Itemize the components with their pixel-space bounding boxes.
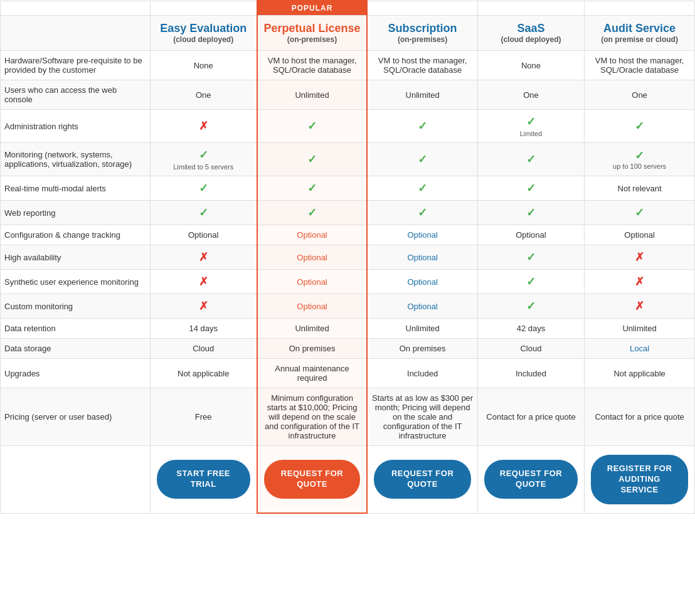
- check-icon: ✓: [526, 251, 536, 263]
- easy-cell: ✗: [150, 270, 257, 294]
- feature-cell: Web reporting: [1, 201, 151, 225]
- check-icon: ✓: [526, 275, 536, 288]
- check-icon: ✓: [307, 206, 317, 219]
- perpetual-cell: ✓: [257, 201, 368, 225]
- feature-cell: Custom monitoring: [1, 294, 151, 319]
- saas-cell: 42 days: [477, 319, 584, 339]
- table-row: Data retention 14 days Unlimited Unlimit…: [1, 319, 695, 339]
- cell-value: Unlimited: [406, 90, 440, 100]
- audit-cta-button[interactable]: REGISTER FOR AUDITING SERVICE: [591, 455, 688, 504]
- check-icon: ✓: [307, 182, 317, 194]
- optional-blue-label: Optional: [407, 277, 437, 287]
- check-icon: ✓: [526, 300, 536, 312]
- saas-plan-sub: (cloud deployed): [482, 35, 580, 44]
- cell-value: VM to host the manager, SQL/Oracle datab…: [268, 56, 357, 75]
- perpetual-cell: VM to host the manager, SQL/Oracle datab…: [257, 51, 368, 80]
- check-icon: ✓: [526, 182, 536, 194]
- easy-cell: 14 days: [150, 319, 257, 339]
- saas-cta-button[interactable]: REQUEST FOR QUOTE: [484, 460, 578, 499]
- sub-plan-sub: (on-premises): [371, 35, 473, 44]
- saas-cell: ✓: [477, 176, 584, 201]
- sub-cell: On premises: [367, 339, 477, 359]
- cross-icon: ✗: [635, 275, 644, 288]
- button-row: START FREE TRIAL REQUEST FOR QUOTE REQUE…: [1, 446, 695, 514]
- sub-plan-name: Subscription: [371, 22, 473, 35]
- cell-value: None: [194, 61, 213, 70]
- cross-icon: ✗: [635, 300, 644, 312]
- sub-cell: ✓: [367, 201, 477, 225]
- sub-col-empty: [367, 1, 477, 16]
- cell-value: Included: [516, 369, 546, 378]
- sub-cta-button[interactable]: REQUEST FOR QUOTE: [374, 460, 470, 499]
- audit-cell: ✗: [585, 270, 695, 294]
- audit-cell: Not relevant: [585, 176, 695, 201]
- feature-cell: Hardware/Software pre-requisite to be pr…: [1, 51, 151, 80]
- feature-cell: Upgrades: [1, 359, 151, 388]
- sub-cell: ✓: [367, 176, 477, 201]
- check-icon: ✓: [526, 153, 536, 166]
- easy-cell: Optional: [150, 225, 257, 245]
- table-row: Synthetic user experience monitoring ✗ O…: [1, 270, 695, 294]
- easy-cell: ✓: [150, 201, 257, 225]
- check-icon: ✓: [526, 206, 536, 219]
- cell-value: One: [196, 90, 211, 100]
- perpetual-cell: Unlimited: [257, 80, 368, 110]
- table-row: Web reporting ✓ ✓ ✓ ✓ ✓: [1, 201, 695, 225]
- saas-cell: ✓Limited: [477, 110, 584, 143]
- audit-btn-cell: REGISTER FOR AUDITING SERVICE: [585, 446, 695, 514]
- saas-cell: One: [477, 80, 584, 110]
- feature-cell: Monitoring (network, systems, applicatio…: [1, 143, 151, 176]
- perpetual-cell: ✓: [257, 110, 368, 143]
- popular-label: POPULAR: [258, 1, 367, 15]
- feature-btn-cell: [1, 446, 151, 514]
- easy-cell: Free: [150, 388, 257, 446]
- feature-cell: Real-time multi-modal alerts: [1, 176, 151, 201]
- saas-cell: ✓: [477, 294, 584, 319]
- cell-value: None: [521, 61, 541, 70]
- saas-plan-header: SaaS (cloud deployed): [477, 16, 584, 51]
- perpetual-plan-name: Perpetual License: [262, 22, 363, 35]
- easy-cta-button[interactable]: START FREE TRIAL: [157, 460, 250, 499]
- feature-cell: Pricing (server or user based): [1, 388, 151, 446]
- table-row: Users who can access the web console One…: [1, 80, 695, 110]
- optional-orange-label: Optional: [297, 230, 327, 240]
- easy-cell: One: [150, 80, 257, 110]
- sub-cell: Optional: [367, 245, 477, 270]
- feature-cell: Data retention: [1, 319, 151, 339]
- easy-cell: ✓: [150, 176, 257, 201]
- cell-value: On premises: [400, 344, 446, 353]
- saas-plan-name: SaaS: [482, 22, 580, 35]
- easy-cell: ✗: [150, 110, 257, 143]
- optional-blue-label: Optional: [407, 230, 437, 240]
- cell-value: Contact for a price quote: [486, 412, 575, 422]
- perpetual-cell: Minimum configuration starts at $10,000;…: [257, 388, 368, 446]
- table-row: High availability ✗ Optional Optional ✓ …: [1, 245, 695, 270]
- feature-label: Data storage: [4, 344, 51, 353]
- feature-label: Synthetic user experience monitoring: [4, 277, 139, 287]
- audit-cell: One: [585, 80, 695, 110]
- perpetual-cell: On premises: [257, 339, 368, 359]
- saas-cell: None: [477, 51, 584, 80]
- sub-cell: Optional: [367, 294, 477, 319]
- feature-cell: Synthetic user experience monitoring: [1, 270, 151, 294]
- perpetual-cell: Optional: [257, 294, 368, 319]
- check-icon: ✓: [418, 120, 427, 132]
- perpetual-cell: Optional: [257, 270, 368, 294]
- cell-value: On premises: [289, 344, 336, 353]
- audit-cell: ✓: [585, 201, 695, 225]
- audit-plan-header: Audit Service (on premise or cloud): [585, 16, 695, 51]
- audit-cell: ✗: [585, 245, 695, 270]
- saas-col-empty: [477, 1, 584, 16]
- perpetual-cta-button[interactable]: REQUEST FOR QUOTE: [264, 460, 361, 499]
- cell-value: One: [632, 90, 647, 100]
- five-servers-label: Limited to 5 servers: [154, 163, 253, 171]
- easy-col-empty: [150, 1, 257, 16]
- cross-icon: ✗: [199, 251, 208, 263]
- audit-cell: ✓: [585, 110, 695, 143]
- saas-cell: ✓: [477, 270, 584, 294]
- easy-cell: ✓Limited to 5 servers: [150, 143, 257, 176]
- cell-value: Cloud: [193, 344, 214, 353]
- audit-cell: VM to host the manager, SQL/Oracle datab…: [585, 51, 695, 80]
- sub-cell: ✓: [367, 143, 477, 176]
- cell-value: Unlimited: [295, 90, 329, 100]
